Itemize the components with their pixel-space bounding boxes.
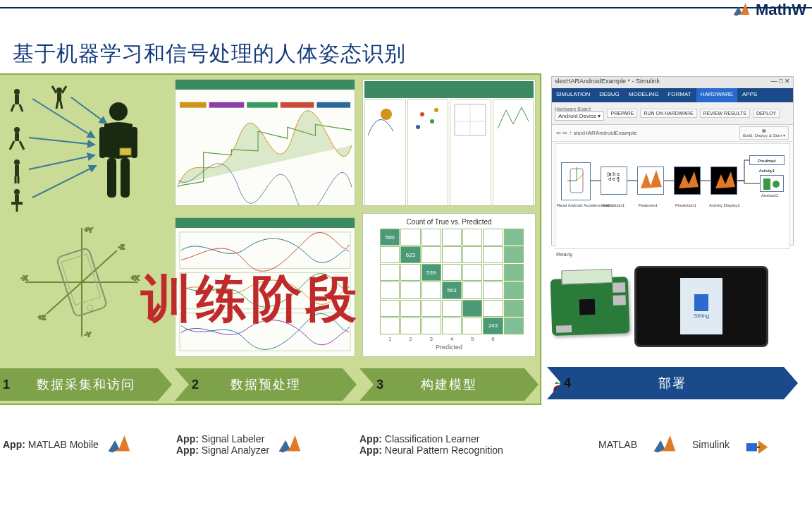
svg-line-18: [20, 141, 24, 150]
activity-pictograms: [4, 85, 166, 212]
apps-col-4: MATLAB Simulink: [557, 423, 812, 466]
svg-text:+X: +X: [131, 274, 139, 282]
svg-rect-46: [61, 254, 101, 306]
svg-rect-49: [180, 102, 207, 108]
brand: MathW: [732, 0, 806, 20]
apps-row: App: MATLAB Mobile App: Signal Labeler A…: [0, 423, 812, 466]
svg-point-15: [14, 127, 20, 133]
svg-line-12: [62, 86, 66, 93]
matlab-icon: [106, 431, 133, 458]
svg-line-13: [56, 102, 58, 109]
simulink-title: slexHARAndroidExample * - Simulink: [555, 78, 660, 87]
svg-line-3: [29, 155, 94, 169]
pictogram-svg: [4, 85, 166, 215]
svg-line-4: [32, 166, 96, 198]
classification-learner-window: [362, 79, 536, 206]
raspberry-pi-board: [550, 277, 630, 336]
simulink-ribbon: SIMULATIONDEBUGMODELINGFORMATHARDWAREAPP…: [552, 88, 793, 102]
svg-point-27: [109, 102, 128, 121]
svg-line-41: [47, 282, 82, 314]
deploy-panel: slexHARAndroidExample * - Simulink— □ ✕ …: [547, 73, 798, 405]
svg-rect-25: [11, 202, 23, 205]
svg-point-5: [14, 89, 20, 95]
header-rule: [0, 7, 812, 8]
phone-mockup: Sitting: [634, 266, 768, 347]
svg-rect-10: [57, 93, 61, 102]
svg-point-79: [773, 181, 780, 188]
svg-text:+Z: +Z: [38, 314, 46, 321]
hardware-board-select[interactable]: Android Device ▾: [555, 111, 604, 121]
svg-point-59: [420, 112, 424, 116]
svg-rect-16: [15, 133, 19, 141]
simulink-icon: [744, 431, 770, 458]
svg-rect-50: [209, 102, 245, 108]
svg-rect-94: [746, 443, 757, 451]
svg-point-19: [14, 159, 20, 165]
step-2: 2 数据预处理: [175, 368, 357, 401]
svg-text:-Y: -Y: [85, 331, 91, 338]
acquisition-figures: +Y -Y -X +X +Z -Z: [4, 85, 166, 353]
svg-rect-52: [281, 102, 314, 108]
person-sitting-icon: [694, 294, 708, 311]
deploy-images: Sitting: [551, 250, 794, 363]
confusion-matrix: Count of True vs. Predicted 560 623 539 …: [362, 213, 536, 357]
simulink-toolstrip: Hardware Board Android Device ▾ PREPARE …: [552, 102, 793, 125]
svg-line-1: [71, 97, 106, 123]
signal-labeler-window: [175, 79, 355, 206]
svg-line-14: [61, 102, 62, 109]
training-panel: +Y -Y -X +X +Z -Z: [0, 73, 541, 405]
apps-col-1: App: MATLAB Mobile: [0, 423, 176, 466]
window-controls: — □ ✕: [771, 78, 790, 87]
matlab-icon: [276, 431, 303, 458]
step-4: 4 部署: [547, 367, 798, 399]
apps-col-3: App: Classification Learner App: Neural …: [359, 423, 557, 466]
build-deploy-button[interactable]: ▦Build, Deploy & Start ▾: [739, 126, 789, 140]
svg-text:-X: -X: [21, 274, 27, 282]
svg-rect-24: [15, 195, 19, 202]
svg-rect-29: [131, 127, 137, 158]
matlab-icon: [651, 431, 678, 458]
svg-rect-51: [247, 102, 278, 108]
preprocessing-figures: [175, 79, 355, 361]
svg-point-60: [430, 119, 434, 123]
svg-rect-31: [121, 158, 130, 198]
svg-point-62: [434, 108, 438, 112]
svg-line-7: [11, 104, 14, 111]
svg-line-17: [10, 141, 14, 150]
step-3: 3 构建模型: [359, 368, 539, 401]
svg-line-8: [20, 104, 23, 111]
confusion-title: Count of True vs. Predicted: [367, 218, 531, 226]
svg-point-23: [14, 189, 20, 195]
svg-point-58: [381, 109, 392, 120]
simulink-canvas: Read Android Accelerometer1 [a b c;d e f…: [555, 143, 790, 249]
svg-text:+Y: +Y: [85, 226, 92, 234]
step-1: 1 数据采集和访问: [0, 368, 172, 401]
svg-rect-78: [763, 179, 770, 190]
brand-text: MathW: [756, 1, 806, 19]
workflow-stage: +Y -Y -X +X +Z -Z: [0, 73, 812, 405]
svg-marker-95: [758, 440, 768, 454]
svg-rect-32: [120, 148, 131, 155]
svg-line-11: [52, 86, 56, 93]
svg-point-47: [87, 304, 94, 311]
svg-point-9: [56, 87, 62, 93]
mathworks-logo-icon: [732, 0, 751, 20]
step-arrows: 1 数据采集和访问 2 数据预处理 3 构建模型: [0, 368, 540, 401]
confusion-grid: 560 623 539 563 243: [380, 229, 524, 334]
svg-rect-53: [316, 102, 350, 108]
confusion-xlabel: Predicted: [367, 344, 531, 351]
svg-text:-Z: -Z: [118, 243, 125, 250]
slide-title: 基于机器学习和信号处理的人体姿态识别: [13, 40, 406, 68]
simulink-window: slexHARAndroidExample * - Simulink— □ ✕ …: [551, 76, 794, 246]
svg-point-61: [416, 125, 420, 129]
svg-rect-6: [15, 95, 19, 104]
svg-line-0: [32, 99, 94, 138]
svg-rect-20: [15, 165, 19, 176]
signal-analyzer-window: [175, 217, 355, 357]
modeling-figures: Count of True vs. Predicted 560 623 539 …: [362, 79, 536, 361]
svg-line-2: [29, 138, 94, 145]
svg-rect-28: [99, 127, 106, 158]
phone-axes-diagram: +Y -Y -X +X +Z -Z: [18, 222, 145, 342]
svg-rect-30: [107, 158, 116, 198]
apps-col-2: App: Signal Labeler App: Signal Analyzer: [176, 423, 359, 466]
